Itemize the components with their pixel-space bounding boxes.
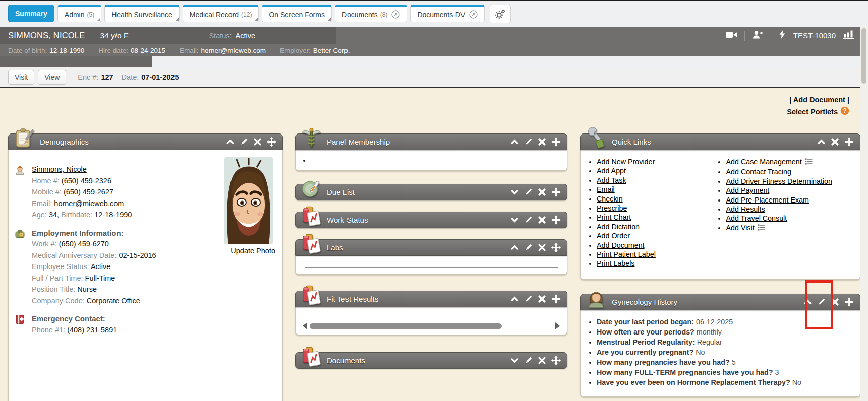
page-scrollbar[interactable] bbox=[860, 25, 868, 401]
quick-link[interactable]: Add Contact Tracing bbox=[726, 168, 791, 176]
collapse-icon[interactable] bbox=[226, 138, 235, 146]
update-photo-link[interactable]: Update Photo bbox=[230, 247, 275, 255]
tab-fold-corner-icon bbox=[175, 18, 179, 21]
collapse-icon[interactable] bbox=[510, 243, 519, 252]
tab-label: Documents-DV bbox=[417, 11, 465, 19]
edit-icon[interactable] bbox=[240, 138, 248, 146]
quick-link[interactable]: Prescribe bbox=[597, 204, 627, 212]
quick-link[interactable]: Add Driver Fitness Determination bbox=[726, 177, 832, 185]
list-item bbox=[311, 156, 562, 164]
move-icon[interactable] bbox=[551, 215, 561, 225]
tab-admin[interactable]: Admin (5) bbox=[57, 5, 101, 22]
gynecology-list: Date your last period began:06-12-2025Ho… bbox=[581, 310, 860, 396]
quick-link[interactable]: Add Travel Consult bbox=[726, 214, 787, 222]
select-portlets-link[interactable]: Select Portlets bbox=[787, 108, 838, 116]
collapse-icon[interactable] bbox=[510, 295, 519, 303]
edit-icon[interactable] bbox=[524, 216, 533, 224]
open-in-new-window-icon[interactable] bbox=[391, 10, 400, 19]
quick-link[interactable]: Add Payment bbox=[726, 186, 769, 194]
field-line: Email: horner@mieweb.com bbox=[32, 198, 132, 210]
tab-fold-corner-icon bbox=[254, 18, 258, 21]
collapse-icon[interactable] bbox=[803, 298, 812, 306]
quick-link[interactable]: Add Appt bbox=[597, 167, 626, 175]
quick-link[interactable]: Add Case Management bbox=[726, 158, 801, 166]
add-document-link[interactable]: Add Document bbox=[793, 96, 845, 104]
quick-link[interactable]: Add Document bbox=[597, 241, 645, 249]
edit-icon[interactable] bbox=[524, 138, 533, 146]
tab-documents-dv[interactable]: Documents-DV bbox=[410, 5, 485, 22]
field-line: Company Code: Corporate Office bbox=[32, 295, 156, 307]
open-in-new-window-icon[interactable] bbox=[469, 10, 478, 19]
quick-link[interactable]: Add Visit bbox=[726, 224, 754, 232]
chart-document-icon bbox=[301, 285, 322, 306]
close-icon[interactable] bbox=[253, 138, 262, 146]
quick-links-column-2: Add Case ManagementAdd Contact TracingAd… bbox=[712, 157, 857, 269]
move-icon[interactable] bbox=[844, 297, 854, 307]
quick-link[interactable]: Checkin bbox=[597, 195, 623, 203]
quick-link[interactable]: Add Task bbox=[597, 176, 626, 184]
close-icon[interactable] bbox=[538, 188, 546, 196]
add-person-icon[interactable] bbox=[753, 30, 763, 41]
collapse-icon[interactable] bbox=[510, 138, 519, 146]
tab-label: Admin bbox=[65, 11, 85, 19]
close-icon[interactable] bbox=[831, 298, 839, 306]
quick-link-item: Add Payment bbox=[726, 186, 857, 195]
quick-link[interactable]: Add Pre-Placement Exam bbox=[726, 196, 808, 204]
close-icon[interactable] bbox=[831, 138, 839, 146]
patient-name-link[interactable]: Simmons, Nicole bbox=[32, 165, 87, 173]
edit-icon[interactable] bbox=[524, 188, 533, 196]
expand-icon[interactable] bbox=[510, 216, 519, 224]
move-icon[interactable] bbox=[267, 137, 276, 147]
video-camera-icon[interactable] bbox=[726, 31, 737, 41]
scroll-left-arrow[interactable] bbox=[303, 322, 307, 329]
tab-documents[interactable]: Documents (8) bbox=[335, 5, 407, 22]
employment-fields: Work #: (650) 459-6270Medical Anniversar… bbox=[32, 238, 156, 306]
portlet-title: Documents bbox=[327, 356, 365, 365]
lightning-icon[interactable] bbox=[779, 30, 786, 41]
move-icon[interactable] bbox=[551, 187, 561, 197]
view-button[interactable]: View bbox=[38, 70, 66, 85]
quick-link[interactable]: Email bbox=[597, 185, 615, 193]
quick-link[interactable]: Add Dictation bbox=[597, 223, 640, 231]
collapse-icon[interactable] bbox=[817, 138, 826, 146]
close-icon[interactable] bbox=[538, 295, 546, 303]
expand-icon[interactable] bbox=[510, 188, 519, 196]
move-icon[interactable] bbox=[551, 137, 561, 147]
scroll-right-arrow[interactable] bbox=[555, 322, 560, 329]
growth-chart-icon[interactable] bbox=[843, 30, 854, 41]
quick-link[interactable]: Add Order bbox=[597, 232, 630, 240]
close-icon[interactable] bbox=[538, 356, 546, 365]
close-icon[interactable] bbox=[538, 216, 546, 224]
tab-on-screen-forms[interactable]: On Screen Forms bbox=[262, 5, 331, 22]
move-icon[interactable] bbox=[551, 243, 561, 252]
quick-link[interactable]: Print Patient Label bbox=[597, 250, 656, 258]
webchart-app: Summary Admin (5) Health Surveillance Me… bbox=[0, 0, 868, 401]
tab-summary[interactable]: Summary bbox=[8, 5, 54, 22]
expand-icon[interactable] bbox=[510, 356, 519, 365]
quick-link[interactable]: Print Labels bbox=[597, 259, 635, 268]
visit-button[interactable]: Visit bbox=[8, 70, 34, 85]
portlet-title: Labs bbox=[327, 243, 343, 252]
edit-icon[interactable] bbox=[817, 298, 826, 306]
move-icon[interactable] bbox=[551, 356, 561, 365]
tab-medical-record[interactable]: Medical Record (12) bbox=[183, 5, 259, 22]
page-scrollbar-thumb[interactable] bbox=[861, 28, 866, 84]
quick-link[interactable]: Add Results bbox=[726, 205, 765, 213]
patient-photo[interactable] bbox=[224, 157, 273, 244]
scrollbar-track[interactable] bbox=[310, 323, 553, 329]
quick-link[interactable]: Add New Provider bbox=[597, 158, 655, 166]
close-icon[interactable] bbox=[538, 243, 546, 252]
move-icon[interactable] bbox=[844, 137, 854, 147]
edit-icon[interactable] bbox=[524, 295, 533, 303]
help-icon[interactable]: ? bbox=[840, 106, 849, 117]
edit-icon[interactable] bbox=[524, 356, 533, 365]
settings-gear-button[interactable] bbox=[490, 5, 511, 23]
scrollbar-thumb[interactable] bbox=[310, 323, 502, 329]
close-icon[interactable] bbox=[538, 138, 546, 146]
edit-icon[interactable] bbox=[524, 243, 533, 252]
pipe: | bbox=[789, 96, 791, 104]
tab-count: (5) bbox=[87, 11, 95, 18]
quick-link[interactable]: Print Chart bbox=[597, 213, 631, 221]
tab-health-surveillance[interactable]: Health Surveillance bbox=[104, 5, 180, 22]
move-icon[interactable] bbox=[551, 294, 561, 304]
